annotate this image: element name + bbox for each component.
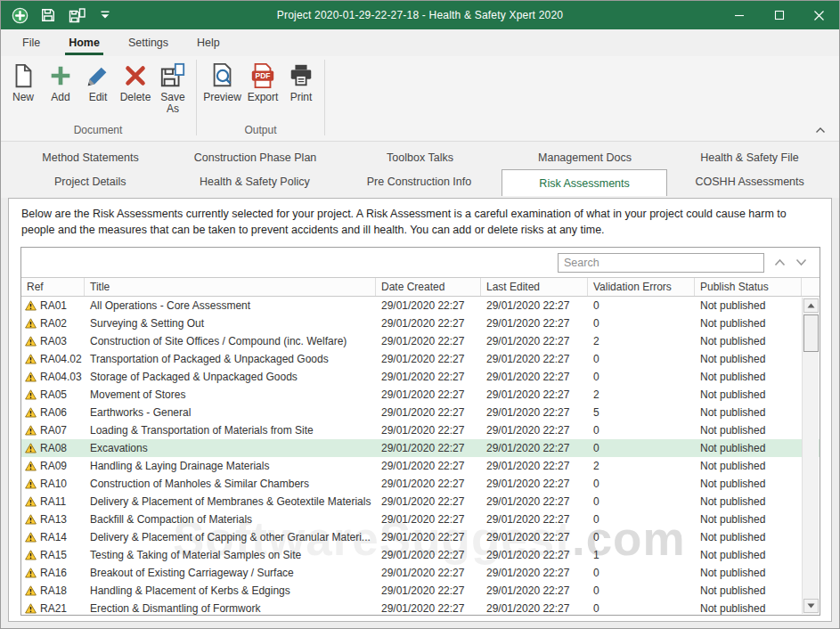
tab-pre-construction-info[interactable]: Pre Construction Info	[337, 169, 502, 193]
title-cell: Delivery & Placement of Membranes & Geot…	[85, 493, 376, 511]
column-header-title[interactable]: Title	[85, 278, 376, 296]
title-cell: Construction of Manholes & Similar Chamb…	[85, 475, 376, 493]
table-header: RefTitleDate CreatedLast EditedValidatio…	[21, 277, 820, 297]
qat-dropdown-icon[interactable]	[95, 5, 115, 25]
publish-status-cell: Not published	[695, 297, 802, 314]
export-button[interactable]: PDF Export	[243, 61, 282, 103]
date-created-cell: 29/01/2020 22:27	[376, 528, 481, 546]
table-row-ra10[interactable]: RA10Construction of Manholes & Similar C…	[21, 475, 820, 493]
table-row-ra13[interactable]: RA13Backfill & Compaction of Materials29…	[21, 511, 820, 528]
ref-cell: RA21	[21, 600, 85, 615]
print-button[interactable]: Print	[282, 61, 320, 103]
table-row-ra18[interactable]: RA18Handling & Placement of Kerbs & Edgi…	[21, 582, 820, 600]
menu-item-help[interactable]: Help	[183, 29, 234, 56]
table-row-ra03[interactable]: RA03Construction of Site Offices / Compo…	[21, 332, 820, 350]
publish-status-cell: Not published	[695, 600, 802, 615]
last-edited-cell: 29/01/2020 22:27	[481, 493, 588, 511]
table-row-ra07[interactable]: RA07Loading & Transportation of Material…	[21, 421, 820, 439]
tab-construction-phase-plan[interactable]: Construction Phase Plan	[173, 145, 338, 169]
validation-errors-cell: 0	[588, 475, 695, 493]
publish-status-cell: Not published	[695, 528, 802, 546]
title-cell: Handling & Laying Drainage Materials	[85, 457, 376, 475]
scroll-down-icon[interactable]	[803, 599, 819, 613]
preview-button[interactable]: Preview	[201, 61, 243, 103]
edit-button[interactable]: Edit	[79, 61, 117, 103]
save-as-button[interactable]: Save As	[154, 61, 192, 115]
minimize-button[interactable]	[719, 1, 759, 29]
save-icon[interactable]	[38, 5, 58, 25]
table-row-ra05[interactable]: RA05Movement of Stores29/01/2020 22:2729…	[21, 386, 820, 404]
validation-errors-cell: 0	[588, 600, 695, 615]
save-as-icon	[159, 62, 186, 89]
last-edited-cell: 29/01/2020 22:27	[481, 457, 588, 475]
title-cell: Handling & Placement of Kerbs & Edgings	[85, 582, 376, 600]
publish-status-cell: Not published	[695, 386, 802, 404]
table-body: RA01All Operations - Core Assessment29/0…	[21, 297, 820, 615]
table-row-ra06[interactable]: RA06Earthworks - General29/01/2020 22:27…	[21, 404, 820, 421]
table-row-ra09[interactable]: RA09Handling & Laying Drainage Materials…	[21, 457, 820, 475]
column-header-ref[interactable]: Ref	[21, 278, 85, 296]
new-button[interactable]: New	[4, 61, 42, 103]
table-row-ra02[interactable]: RA02Surveying & Setting Out29/01/2020 22…	[21, 314, 820, 332]
table-row-ra01[interactable]: RA01All Operations - Core Assessment29/0…	[21, 297, 820, 314]
table-row-ra14[interactable]: RA14Delivery & Placement of Capping & ot…	[21, 528, 820, 546]
menu-item-file[interactable]: File	[8, 29, 54, 56]
warning-icon	[25, 461, 37, 471]
publish-status-cell: Not published	[695, 493, 802, 511]
search-next-icon[interactable]	[791, 253, 811, 273]
title-cell: Delivery & Placement of Capping & other …	[85, 528, 376, 546]
tab-risk-assessments[interactable]: Risk Assessments	[502, 169, 668, 196]
search-previous-icon[interactable]	[770, 253, 789, 273]
validation-errors-cell: 2	[588, 332, 695, 350]
table-row-ra16[interactable]: RA16Breakout of Existing Carriageway / S…	[21, 564, 820, 582]
table-row-ra04.03[interactable]: RA04.03Storage of Packaged & Unpackaged …	[21, 368, 820, 386]
column-header-last-edited[interactable]: Last Edited	[481, 278, 588, 296]
warning-icon	[25, 318, 37, 329]
menu-item-home[interactable]: Home	[54, 29, 114, 56]
validation-errors-cell: 1	[588, 546, 695, 564]
validation-errors-cell: 5	[588, 404, 695, 421]
tab-management-docs[interactable]: Management Docs	[502, 145, 667, 169]
menu-item-settings[interactable]: Settings	[114, 29, 183, 56]
tab-toolbox-talks[interactable]: Toolbox Talks	[338, 145, 502, 169]
add-button[interactable]: Add	[42, 61, 79, 103]
validation-errors-cell: 0	[588, 493, 695, 511]
date-created-cell: 29/01/2020 22:27	[376, 368, 481, 386]
column-header-validation-errors[interactable]: Validation Errors	[588, 278, 695, 296]
publish-status-cell: Not published	[695, 350, 802, 368]
column-header-publish-status[interactable]: Publish Status	[695, 278, 802, 296]
table-row-ra21[interactable]: RA21Erection & Dismantling of Formwork29…	[21, 600, 820, 615]
validation-errors-cell: 0	[588, 564, 695, 582]
save-as-icon[interactable]	[67, 5, 86, 25]
title-cell: Storage of Packaged & Unpackaged Goods	[85, 368, 376, 386]
close-button[interactable]	[799, 1, 839, 29]
publish-status-cell: Not published	[695, 564, 802, 582]
app-icon[interactable]	[10, 5, 29, 25]
maximize-button[interactable]	[759, 1, 799, 29]
search-input[interactable]	[558, 253, 764, 273]
validation-errors-cell: 0	[588, 439, 695, 457]
tab-health-safety-file[interactable]: Health & Safety File	[667, 145, 832, 169]
scroll-up-icon[interactable]	[803, 298, 819, 313]
scrollbar-thumb[interactable]	[803, 314, 819, 352]
warning-icon	[25, 550, 37, 560]
tab-coshh-assessments[interactable]: COSHH Assessments	[667, 169, 832, 193]
tab-method-statements[interactable]: Method Statements	[8, 145, 173, 169]
table-row-ra08[interactable]: RA08Excavations29/01/2020 22:2729/01/202…	[21, 439, 820, 457]
delete-button[interactable]: Delete	[117, 61, 154, 103]
date-created-cell: 29/01/2020 22:27	[376, 297, 481, 314]
table-row-ra15[interactable]: RA15Testing & Taking of Material Samples…	[21, 546, 820, 564]
ribbon-separator	[324, 60, 325, 135]
tab-project-details[interactable]: Project Details	[8, 169, 173, 193]
publish-status-cell: Not published	[695, 314, 802, 332]
column-header-date-created[interactable]: Date Created	[376, 278, 481, 296]
validation-errors-cell: 2	[588, 386, 695, 404]
quick-access-toolbar	[1, 5, 115, 25]
table-row-ra11[interactable]: RA11Delivery & Placement of Membranes & …	[21, 493, 820, 511]
search-bar	[21, 248, 820, 277]
tab-health-safety-policy[interactable]: Health & Safety Policy	[173, 169, 338, 193]
ribbon-collapse-icon[interactable]	[812, 124, 828, 136]
warning-icon	[25, 354, 37, 364]
table-row-ra04.02[interactable]: RA04.02Transportation of Packaged & Unpa…	[21, 350, 820, 368]
vertical-scrollbar[interactable]	[802, 298, 819, 614]
